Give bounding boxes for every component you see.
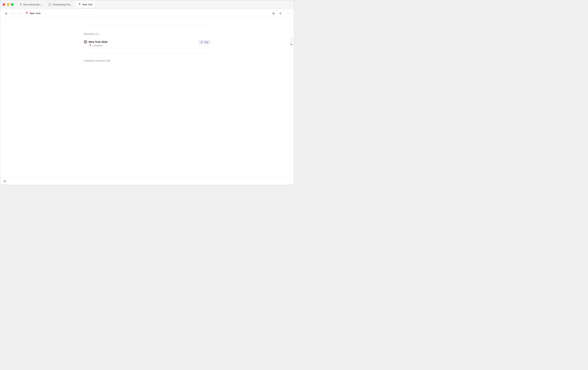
- tab-icon-3: 📍: [78, 3, 81, 6]
- scroll-indicator-3: [290, 41, 293, 41]
- tab-onboarding[interactable]: 📋 Onboarding Proj...: [45, 1, 75, 8]
- bottom-bar: ⌘: [0, 178, 294, 185]
- sidebar-icon: ⊟: [5, 12, 7, 15]
- backlink-path-text: Locations: [93, 44, 103, 47]
- backlinks-section: Backlinks (1) New York 2024 📍 Locations: [84, 33, 210, 49]
- unlinked-mentions-header: Unlinked mentions (20): [84, 59, 111, 62]
- scroll-indicator-2: [290, 39, 293, 40]
- page-breadcrumb: 📍 New York: [25, 12, 41, 15]
- toolbar-right: ⚙ ↻ ···: [271, 11, 291, 16]
- backlink-title[interactable]: New York 2024: [89, 40, 107, 44]
- tab-but-embracing[interactable]: 🗒 But embracing t...: [17, 1, 45, 8]
- scroll-indicator-1: [290, 38, 293, 38]
- main-content[interactable]: Backlinks (1) New York 2024 📍 Locations: [0, 18, 294, 178]
- title-bar: 🗒 But embracing t... 📋 Onboarding Proj..…: [0, 0, 294, 9]
- sidebar-toggle-button[interactable]: ⊟: [3, 11, 9, 16]
- trip-badge[interactable]: 🗓 Trip: [199, 40, 210, 44]
- back-button[interactable]: ←: [10, 11, 16, 16]
- more-options-button[interactable]: ···: [285, 11, 291, 16]
- page-icon: 📍: [25, 12, 28, 15]
- traffic-lights: [3, 3, 14, 6]
- backlink-path: 📍 Locations: [84, 44, 107, 47]
- app-window: 🗒 But embracing t... 📋 Onboarding Proj..…: [0, 0, 294, 185]
- tab-label-3: New York: [82, 3, 93, 6]
- trip-badge-label: Trip: [204, 41, 208, 44]
- back-icon: ←: [12, 12, 15, 15]
- refresh-button[interactable]: ↻: [278, 11, 284, 16]
- tab-new-york[interactable]: 📍 New York: [75, 1, 95, 8]
- backlink-dot-icon: [84, 40, 87, 44]
- tab-label-1: But embracing t...: [23, 3, 42, 6]
- tab-icon-2: 📋: [48, 3, 51, 6]
- scroll-indicators: [289, 18, 294, 178]
- forward-icon: →: [19, 12, 22, 15]
- backlink-item: New York 2024 📍 Locations 🗓 Trip: [84, 39, 210, 49]
- close-button[interactable]: [3, 3, 5, 6]
- refresh-icon: ↻: [279, 12, 282, 15]
- minimize-button[interactable]: [7, 3, 9, 6]
- trip-icon: 🗓: [201, 41, 203, 44]
- more-icon: ···: [287, 12, 289, 15]
- scroll-indicator-5: [290, 44, 293, 45]
- maximize-button[interactable]: [11, 3, 14, 6]
- page-title: New York: [30, 12, 41, 15]
- content-area: Backlinks (1) New York 2024 📍 Locations: [79, 18, 215, 70]
- backlink-title-row: New York 2024: [84, 40, 107, 44]
- settings-icon: ⚙: [272, 12, 275, 15]
- location-icon: 📍: [89, 44, 92, 47]
- command-icon: ⌘: [3, 180, 6, 183]
- tab-label-2: Onboarding Proj...: [52, 3, 72, 6]
- settings-button[interactable]: ⚙: [271, 11, 276, 16]
- tab-bar: 🗒 But embracing t... 📋 Onboarding Proj..…: [17, 1, 291, 8]
- toolbar: ⊟ ← → 📍 New York ⚙ ↻ ···: [0, 9, 294, 18]
- backlink-left: New York 2024 📍 Locations: [84, 40, 107, 47]
- tab-icon-1: 🗒: [20, 3, 22, 6]
- backlinks-header: Backlinks (1): [84, 33, 210, 35]
- scroll-indicator-4: [290, 43, 293, 43]
- unlinked-mentions-section: Unlinked mentions (20): [84, 59, 210, 62]
- forward-button[interactable]: →: [18, 11, 23, 16]
- toolbar-left: ⊟ ← → 📍 New York: [3, 11, 269, 16]
